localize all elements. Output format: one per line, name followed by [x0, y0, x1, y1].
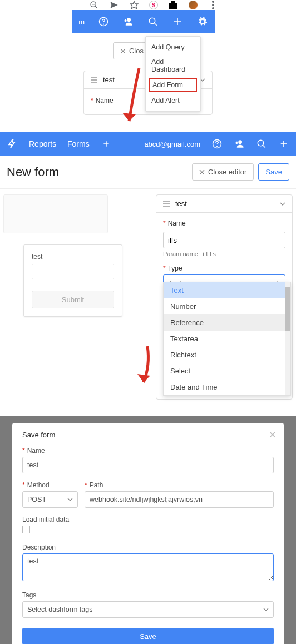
person-add-icon[interactable]	[234, 138, 245, 149]
svg-line-26	[263, 145, 265, 148]
preview-field-input[interactable]	[32, 264, 114, 279]
submit-button[interactable]: Submit	[32, 291, 114, 308]
svg-line-11	[154, 23, 157, 26]
option-textarea[interactable]: Textarea	[164, 331, 290, 347]
menu-add-dashboard[interactable]: Add Dashboard	[146, 54, 200, 77]
menu-add-form[interactable]: Add Form	[149, 78, 197, 92]
chevron-down-icon[interactable]	[280, 202, 285, 206]
modal-path-input[interactable]	[85, 491, 274, 508]
form-preview: test Submit	[3, 194, 152, 400]
description-textarea[interactable]: test	[22, 553, 274, 581]
gear-icon[interactable]	[196, 16, 209, 28]
form-card: test Submit	[23, 244, 122, 317]
tags-select[interactable]: Select dashform tags	[22, 601, 274, 618]
type-dropdown: Text Number Reference Textarea Richtext …	[163, 282, 291, 396]
svg-line-1	[95, 6, 97, 8]
user-email[interactable]: abcd@gmail.com	[144, 140, 200, 148]
search-icon[interactable]	[147, 16, 159, 28]
close-icon	[199, 169, 205, 175]
preview-placeholder	[3, 194, 108, 233]
page-title: New form	[7, 165, 59, 179]
option-reference[interactable]: Reference	[164, 314, 290, 331]
option-text[interactable]: Text	[164, 282, 290, 298]
close-icon	[120, 48, 126, 54]
profile-avatar[interactable]	[188, 0, 198, 10]
kebab-menu-icon[interactable]	[208, 0, 218, 10]
modal-save-button[interactable]: Save	[22, 628, 274, 644]
name-label: *Name	[163, 219, 285, 227]
modal-name-label: *Name	[22, 447, 274, 455]
props-title: test	[175, 199, 187, 208]
add-menu: Add Query Add Dashboard Add Form Add Ale…	[145, 36, 201, 112]
preview-field-label: test	[32, 253, 114, 261]
app-bar: Reports Forms abcd@gmail.com	[0, 132, 296, 156]
modal-title: Save form	[22, 431, 274, 439]
modal-method-label: *Method	[22, 481, 78, 489]
tags-label: Tags	[22, 591, 274, 599]
svg-marker-3	[130, 1, 137, 8]
option-number[interactable]: Number	[164, 298, 290, 314]
properties-panel: test *Name Param name: ilfs *Type Text T…	[156, 194, 293, 400]
svg-point-8	[103, 24, 103, 24]
load-initial-checkbox[interactable]	[22, 526, 30, 533]
menu-add-query[interactable]: Add Query	[146, 40, 200, 54]
modal-path-label: *Path	[85, 481, 274, 489]
search-icon[interactable]	[256, 138, 267, 149]
add-icon[interactable]	[171, 16, 184, 28]
add-icon[interactable]	[278, 138, 289, 149]
help-icon[interactable]	[97, 16, 110, 28]
nav-reports[interactable]: Reports	[29, 139, 56, 148]
modal-name-input[interactable]	[22, 457, 274, 473]
logo-icon[interactable]	[7, 138, 18, 149]
close-editor-button[interactable]: Close editor	[192, 163, 254, 181]
save-button[interactable]: Save	[258, 163, 289, 181]
close-editor-label: Close editor	[208, 168, 246, 176]
option-richtext[interactable]: Richtext	[164, 347, 290, 363]
param-name: Param name: ilfs	[163, 251, 285, 258]
dropdown-scrollbar[interactable]	[285, 282, 290, 395]
save-form-modal: Save form ✕ *Name *Method POST *Path Loa…	[12, 423, 284, 644]
modal-method-select[interactable]: POST	[22, 491, 78, 508]
chevron-down-icon	[67, 498, 73, 501]
help-icon[interactable]	[211, 138, 223, 149]
option-datetime[interactable]: Date and Time	[164, 379, 290, 395]
svg-point-6	[212, 7, 214, 9]
close-label: Clos	[129, 47, 144, 55]
drag-icon[interactable]	[91, 77, 97, 83]
drag-icon[interactable]	[163, 201, 170, 207]
svg-point-24	[238, 140, 242, 144]
app-bar-text: m	[78, 18, 85, 26]
top-app-bar: m	[72, 10, 215, 33]
nav-forms[interactable]: Forms	[67, 139, 90, 148]
name-input[interactable]	[163, 232, 285, 248]
svg-point-10	[149, 18, 155, 24]
chevron-down-icon	[263, 608, 269, 611]
svg-point-9	[127, 18, 131, 22]
send-icon[interactable]	[109, 0, 119, 10]
svg-point-23	[217, 146, 218, 147]
panel-title: test	[103, 76, 115, 84]
extensions-icon[interactable]	[168, 0, 178, 10]
browser-toolbar: S	[0, 0, 296, 10]
svg-point-25	[258, 140, 264, 146]
nav-add-icon[interactable]	[101, 138, 112, 149]
person-add-icon[interactable]	[122, 16, 134, 28]
star-icon[interactable]	[129, 0, 139, 10]
tags-placeholder: Select dashform tags	[27, 606, 92, 613]
type-label: *Type	[163, 264, 285, 272]
extension-s-icon[interactable]: S	[149, 1, 158, 9]
modal-close-icon[interactable]: ✕	[269, 430, 276, 440]
svg-point-5	[212, 4, 214, 6]
menu-add-alert[interactable]: Add Alert	[146, 93, 200, 108]
load-initial-label: Load initial data	[22, 516, 274, 523]
zoom-out-icon[interactable]	[89, 0, 99, 10]
description-label: Description	[22, 543, 274, 551]
method-value: POST	[27, 496, 46, 503]
option-select[interactable]: Select	[164, 363, 290, 379]
svg-point-4	[212, 1, 214, 3]
